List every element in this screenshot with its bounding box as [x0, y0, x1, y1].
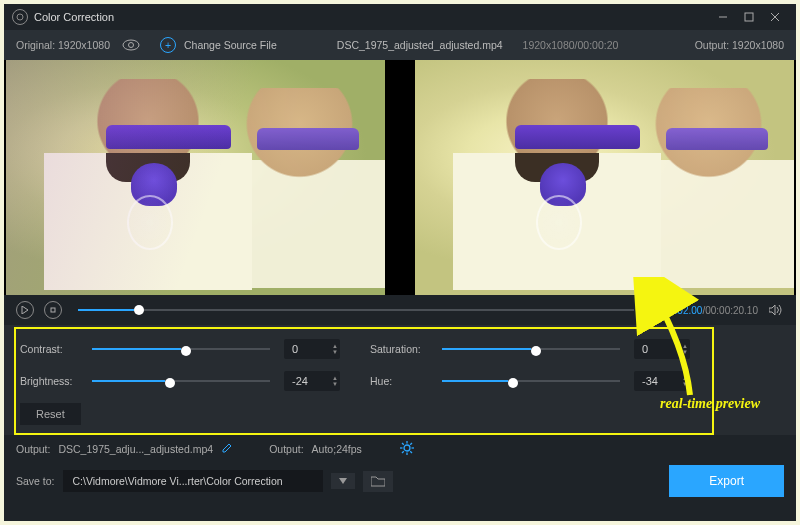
preview-original [6, 60, 385, 295]
svg-line-18 [402, 451, 404, 453]
output-resolution-label: Output: 1920x1080 [695, 39, 784, 51]
svg-marker-7 [22, 306, 28, 314]
svg-point-5 [123, 40, 139, 50]
save-path-input[interactable]: C:\Vidmore\Vidmore Vi...rter\Color Corre… [63, 470, 323, 492]
window-title: Color Correction [34, 11, 114, 23]
saturation-control: Saturation: 0 ▲▼ [370, 339, 690, 359]
contrast-label: Contrast: [20, 343, 92, 355]
output-format-label: Output: [269, 443, 303, 455]
stop-button[interactable] [44, 301, 62, 319]
hue-slider[interactable] [442, 373, 620, 389]
hue-label: Hue: [370, 375, 442, 387]
preview-output [415, 60, 794, 295]
reset-button[interactable]: Reset [20, 403, 81, 425]
preview-area [4, 60, 796, 295]
add-source-icon[interactable]: + [160, 37, 176, 53]
contrast-stepper-down[interactable]: ▼ [332, 349, 338, 355]
minimize-button[interactable] [710, 7, 736, 27]
brightness-slider[interactable] [92, 373, 270, 389]
contrast-value-input[interactable]: 0 ▲▼ [284, 339, 340, 359]
export-button[interactable]: Export [669, 465, 784, 497]
hue-value-input[interactable]: -34 ▲▼ [634, 371, 690, 391]
transport-bar: 00:00:02.00/00:00:20.10 [4, 295, 796, 325]
save-to-label: Save to: [16, 475, 55, 487]
svg-line-16 [410, 451, 412, 453]
close-button[interactable] [762, 7, 788, 27]
source-filename: DSC_1975_adjusted_adjusted.mp4 [337, 39, 503, 51]
brightness-label: Brightness: [20, 375, 92, 387]
hue-control: Hue: -34 ▲▼ [370, 371, 690, 391]
maximize-button[interactable] [736, 7, 762, 27]
brightness-control: Brightness: -24 ▲▼ [20, 371, 340, 391]
play-button[interactable] [16, 301, 34, 319]
titlebar: Color Correction [4, 4, 796, 30]
timeline-scrubber[interactable] [78, 300, 634, 320]
save-row: Save to: C:\Vidmore\Vidmore Vi...rter\Co… [4, 463, 796, 499]
saturation-value-input[interactable]: 0 ▲▼ [634, 339, 690, 359]
app-icon [12, 9, 28, 25]
eye-icon[interactable] [122, 39, 140, 51]
change-source-button[interactable]: Change Source File [184, 39, 277, 51]
saturation-slider[interactable] [442, 341, 620, 357]
svg-point-6 [128, 43, 133, 48]
svg-line-17 [410, 443, 412, 445]
saturation-stepper-down[interactable]: ▼ [682, 349, 688, 355]
app-window: Color Correction Original: 1920x1080 + C… [4, 4, 796, 521]
svg-marker-9 [769, 305, 775, 315]
output-file-label: Output: [16, 443, 50, 455]
timecode: 00:00:02.00/00:00:20.10 [650, 305, 758, 316]
edit-filename-icon[interactable] [221, 442, 233, 456]
brightness-value-input[interactable]: -24 ▲▼ [284, 371, 340, 391]
svg-line-15 [402, 443, 404, 445]
svg-marker-19 [339, 478, 347, 484]
contrast-slider[interactable] [92, 341, 270, 357]
timeline-progress [78, 309, 134, 311]
annotation-label: real-time preview [660, 396, 760, 412]
output-format-value: Auto;24fps [312, 443, 362, 455]
svg-rect-8 [51, 308, 55, 312]
toolbar: Original: 1920x1080 + Change Source File… [4, 30, 796, 60]
output-row: Output: DSC_1975_adju..._adjusted.mp4 Ou… [4, 435, 796, 463]
color-controls-panel: Contrast: 0 ▲▼ Saturation: 0 ▲▼ [4, 325, 796, 435]
hue-stepper-down[interactable]: ▼ [682, 381, 688, 387]
output-file-value: DSC_1975_adju..._adjusted.mp4 [58, 443, 213, 455]
output-settings-icon[interactable] [400, 441, 414, 457]
svg-point-0 [17, 14, 23, 20]
save-path-dropdown[interactable] [331, 473, 355, 489]
saturation-label: Saturation: [370, 343, 442, 355]
original-resolution-label: Original: 1920x1080 [16, 39, 110, 51]
svg-rect-2 [745, 13, 753, 21]
volume-icon[interactable] [768, 304, 784, 316]
svg-point-10 [404, 445, 410, 451]
brightness-stepper-down[interactable]: ▼ [332, 381, 338, 387]
contrast-control: Contrast: 0 ▲▼ [20, 339, 340, 359]
source-info: 1920x1080/00:00:20 [523, 39, 619, 51]
open-folder-button[interactable] [363, 471, 393, 492]
